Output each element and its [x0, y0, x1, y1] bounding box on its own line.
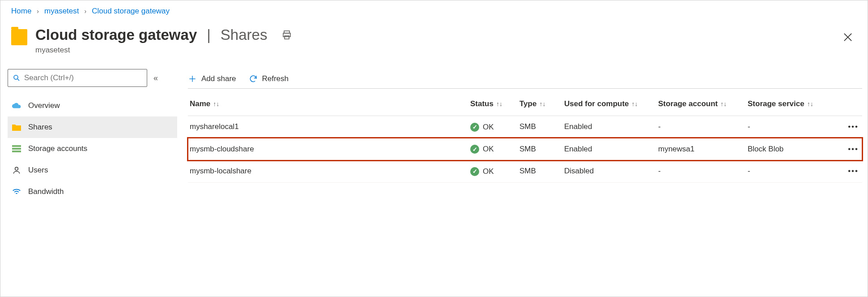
search-icon	[13, 74, 21, 82]
main-content: Add share Refresh Name↑↓ Status↑↓ Type↑↓…	[177, 69, 868, 202]
refresh-icon	[249, 74, 258, 83]
row-menu-button[interactable]: •••	[831, 116, 862, 138]
refresh-label: Refresh	[262, 74, 289, 83]
plus-icon	[188, 74, 197, 83]
sidebar-item-shares[interactable]: Shares	[8, 116, 177, 138]
wifi-icon	[11, 188, 22, 195]
svg-point-5	[14, 75, 18, 79]
search-input[interactable]	[8, 69, 147, 87]
sidebar-item-label: Storage accounts	[28, 144, 87, 153]
svg-point-10	[15, 167, 18, 170]
sort-icon[interactable]: ↑↓	[720, 100, 727, 108]
sort-icon[interactable]: ↑↓	[496, 100, 502, 108]
user-icon	[11, 166, 22, 175]
cell-compute: Disabled	[562, 160, 656, 183]
svg-line-6	[17, 79, 19, 81]
svg-rect-7	[12, 145, 21, 147]
cell-status: ✓OK	[468, 160, 518, 183]
sidebar-item-label: Shares	[28, 123, 52, 132]
breadcrumb: Home › myasetest › Cloud storage gateway	[0, 0, 868, 22]
collapse-sidebar-icon[interactable]: «	[153, 73, 158, 83]
check-icon: ✓	[470, 167, 479, 176]
row-menu-button[interactable]: •••	[831, 160, 862, 183]
sidebar-item-storage-accounts[interactable]: Storage accounts	[8, 138, 177, 159]
sidebar-item-label: Users	[28, 166, 48, 175]
cell-type: SMB	[518, 138, 562, 160]
title-separator: |	[207, 26, 211, 43]
search-field[interactable]	[24, 73, 142, 82]
page-header: Cloud storage gateway | Shares myasetest	[0, 22, 868, 56]
cell-account: mynewsa1	[656, 138, 746, 160]
sidebar-item-bandwidth[interactable]: Bandwidth	[8, 181, 177, 202]
sort-icon[interactable]: ↑↓	[539, 100, 545, 108]
print-icon[interactable]	[281, 30, 292, 40]
cell-status: ✓OK	[468, 138, 518, 160]
add-share-label: Add share	[201, 74, 236, 83]
breadcrumb-page[interactable]: Cloud storage gateway	[92, 7, 170, 16]
add-share-button[interactable]: Add share	[188, 74, 236, 83]
sidebar-item-users[interactable]: Users	[8, 159, 177, 181]
sort-icon[interactable]: ↑↓	[807, 100, 813, 108]
cell-name: mysmb-cloudshare	[188, 138, 468, 160]
col-type[interactable]: Type↑↓	[518, 92, 562, 116]
shares-table: Name↑↓ Status↑↓ Type↑↓ Used for compute↑…	[188, 92, 862, 183]
check-icon: ✓	[470, 145, 479, 154]
sidebar-item-label: Overview	[28, 101, 60, 110]
breadcrumb-resource[interactable]: myasetest	[44, 7, 79, 16]
close-icon[interactable]	[842, 31, 854, 43]
refresh-button[interactable]: Refresh	[249, 74, 289, 83]
storage-icon	[11, 145, 22, 152]
sort-icon[interactable]: ↑↓	[213, 100, 219, 108]
cell-service: Block Blob	[746, 138, 831, 160]
cell-account: -	[656, 160, 746, 183]
sidebar: « Overview Shares Storage accounts Users	[0, 69, 177, 202]
page-section: Shares	[221, 26, 268, 43]
chevron-right-icon: ›	[85, 8, 87, 15]
svg-rect-2	[285, 36, 289, 39]
cell-service: -	[746, 160, 831, 183]
table-row[interactable]: mysmb-cloudshare ✓OK SMB Enabled mynewsa…	[188, 138, 862, 160]
cell-status: ✓OK	[468, 116, 518, 138]
table-row[interactable]: mysharelocal1 ✓OK SMB Enabled - - •••	[188, 116, 862, 138]
cloud-icon	[11, 102, 22, 109]
col-status[interactable]: Status↑↓	[468, 92, 518, 116]
cell-name: mysharelocal1	[188, 116, 468, 138]
page-subtitle: myasetest	[35, 46, 857, 55]
check-icon: ✓	[470, 123, 479, 132]
toolbar: Add share Refresh	[188, 69, 862, 89]
col-name[interactable]: Name↑↓	[188, 92, 468, 116]
sidebar-item-label: Bandwidth	[28, 187, 64, 196]
cell-compute: Enabled	[562, 138, 656, 160]
folder-icon	[11, 29, 27, 45]
cell-service: -	[746, 116, 831, 138]
cell-compute: Enabled	[562, 116, 656, 138]
row-menu-button[interactable]: •••	[831, 138, 862, 160]
chevron-right-icon: ›	[37, 8, 39, 15]
sort-icon[interactable]: ↑↓	[632, 100, 638, 108]
sidebar-item-overview[interactable]: Overview	[8, 95, 177, 116]
col-compute[interactable]: Used for compute↑↓	[562, 92, 656, 116]
cell-type: SMB	[518, 160, 562, 183]
table-row[interactable]: mysmb-localshare ✓OK SMB Disabled - - ••…	[188, 160, 862, 183]
col-service[interactable]: Storage service↑↓	[746, 92, 831, 116]
table-header-row: Name↑↓ Status↑↓ Type↑↓ Used for compute↑…	[188, 92, 862, 116]
cell-name: mysmb-localshare	[188, 160, 468, 183]
folder-icon	[11, 124, 22, 131]
cell-type: SMB	[518, 116, 562, 138]
col-account[interactable]: Storage account↑↓	[656, 92, 746, 116]
svg-rect-9	[12, 151, 21, 152]
breadcrumb-home[interactable]: Home	[11, 7, 31, 16]
svg-rect-8	[12, 148, 21, 150]
page-title: Cloud storage gateway	[35, 26, 197, 43]
cell-account: -	[656, 116, 746, 138]
